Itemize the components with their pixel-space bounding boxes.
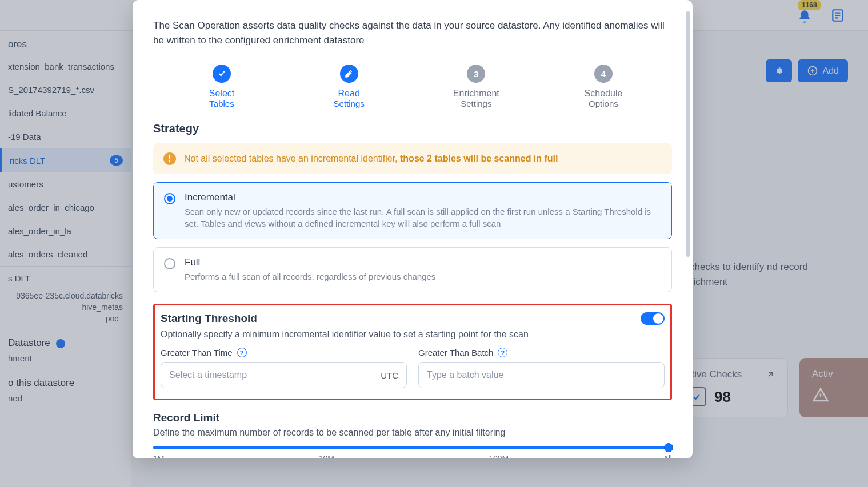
gt-time-input-wrap[interactable]: UTC xyxy=(161,362,407,388)
record-limit-slider[interactable]: 1M 10M 100M All xyxy=(153,446,672,458)
gt-batch-label: Greater Than Batch xyxy=(418,348,493,357)
warning-icon: ! xyxy=(163,152,176,165)
step-enrichment-settings[interactable]: 3 Enrichment Settings xyxy=(436,65,516,108)
record-limit-title: Record Limit xyxy=(153,412,672,424)
pencil-icon xyxy=(345,70,353,78)
strategy-full-radio[interactable]: Full Performs a full scan of all records… xyxy=(153,247,672,292)
gt-batch-input-wrap[interactable] xyxy=(418,362,665,388)
threshold-toggle[interactable] xyxy=(641,312,665,325)
threshold-desc: Optionally specify a minimum incremental… xyxy=(161,329,665,340)
strategy-incremental-radio[interactable]: Incremental Scan only new or updated rec… xyxy=(153,182,672,239)
slider-tick: 100M xyxy=(489,454,509,458)
gt-time-suffix: UTC xyxy=(381,371,398,380)
strategy-alert: ! Not all selected tables have an increm… xyxy=(153,143,672,174)
gt-time-input[interactable] xyxy=(169,370,375,380)
slider-tick: All xyxy=(663,454,672,458)
gt-time-label: Greater Than Time xyxy=(161,348,233,357)
modal-scrollbar[interactable] xyxy=(686,11,690,445)
gt-batch-input[interactable] xyxy=(427,370,656,380)
radio-icon xyxy=(164,258,175,269)
slider-tick: 1M xyxy=(153,454,164,458)
strategy-title: Strategy xyxy=(153,122,672,135)
modal-description: The Scan Operation asserts data quality … xyxy=(153,18,672,47)
starting-threshold-highlight: Starting Threshold Optionally specify a … xyxy=(153,304,672,400)
step-schedule-options[interactable]: 4 Schedule Options xyxy=(563,65,643,108)
step-read-settings[interactable]: Read Settings xyxy=(309,65,389,108)
scan-operation-modal: The Scan Operation asserts data quality … xyxy=(133,0,693,458)
threshold-title: Starting Threshold xyxy=(161,312,257,325)
slider-thumb[interactable] xyxy=(664,443,673,452)
slider-tick: 10M xyxy=(319,454,334,458)
stepper: Select Tables Read Settings 3 Enrichment… xyxy=(182,65,643,108)
radio-icon xyxy=(164,193,175,204)
help-icon[interactable]: ? xyxy=(498,348,507,357)
step-select-tables[interactable]: Select Tables xyxy=(182,65,262,108)
check-icon xyxy=(217,69,226,78)
record-limit-desc: Define the maximum number of records to … xyxy=(153,428,672,438)
help-icon[interactable]: ? xyxy=(237,348,247,357)
